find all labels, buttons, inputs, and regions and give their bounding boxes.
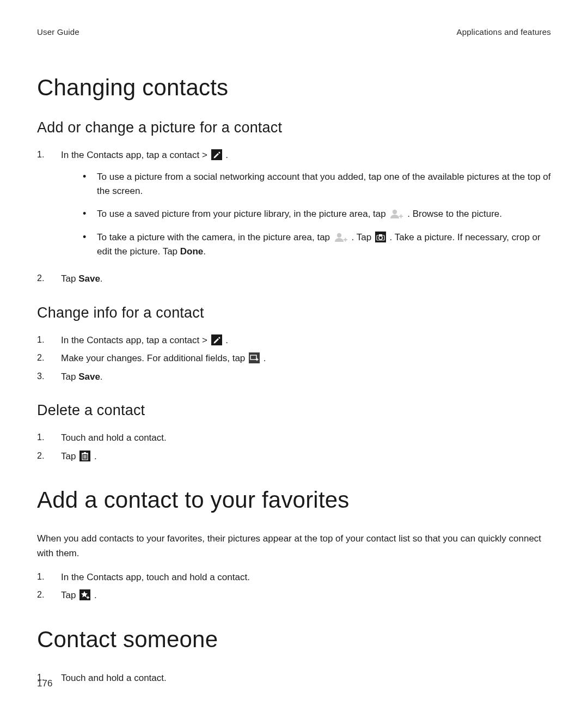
list-item: 2. Make your changes. For additional fie… <box>37 351 551 366</box>
list-item: • To use a picture from a social network… <box>61 170 551 199</box>
step-number: 2. <box>37 272 61 285</box>
step-text: . <box>100 273 103 284</box>
step-number: 1. <box>37 148 61 161</box>
bullet-text: . Tap <box>352 232 374 242</box>
step-text: . <box>225 150 228 160</box>
bullet-text: . <box>203 246 206 257</box>
bullet-text: . Browse to the picture. <box>407 209 502 219</box>
add-contact-picture-icon <box>389 208 403 219</box>
header-right: Applications and features <box>457 27 551 36</box>
page-header: User Guide Applications and features <box>37 27 551 36</box>
save-label: Save <box>78 372 100 382</box>
step-text: Make your changes. For additional fields… <box>61 353 248 363</box>
bullet-marker: • <box>61 170 97 184</box>
step-number: 2. <box>37 351 61 364</box>
delete-contact-steps: 1. Touch and hold a contact. 2. Tap . <box>37 431 551 463</box>
step-number: 1. <box>37 570 61 583</box>
step-text: Tap <box>61 372 78 382</box>
edit-icon <box>211 334 222 345</box>
step-text: Tap <box>61 273 78 284</box>
sub-bullets: • To use a picture from a social network… <box>61 170 551 259</box>
heading-change-info: Change info for a contact <box>37 305 551 321</box>
heading-favorites: Add a contact to your favorites <box>37 487 551 513</box>
favorites-intro: When you add contacts to your favorites,… <box>37 532 551 561</box>
step-text: In the Contacts app, touch and hold a co… <box>61 570 551 585</box>
step-text: . <box>94 590 97 600</box>
heading-delete-contact: Delete a contact <box>37 402 551 419</box>
step-text: Tap <box>61 590 78 600</box>
list-item: 1. In the Contacts app, tap a contact > … <box>37 148 551 267</box>
heading-changing-contacts: Changing contacts <box>37 75 551 101</box>
list-item: 2. Tap Save. <box>37 272 551 286</box>
add-field-icon <box>249 352 260 363</box>
step-number: 2. <box>37 449 61 462</box>
step-text: . <box>94 451 97 461</box>
step-number: 1. <box>37 333 61 346</box>
list-item: • To take a picture with the camera, in … <box>61 230 551 259</box>
step-number: 1. <box>37 431 61 444</box>
list-item: 1. In the Contacts app, touch and hold a… <box>37 570 551 585</box>
step-text: In the Contacts app, tap a contact > <box>61 150 210 160</box>
document-page: User Guide Applications and features Cha… <box>0 0 588 706</box>
add-contact-picture-icon <box>334 232 348 242</box>
favorites-steps: 1. In the Contacts app, touch and hold a… <box>37 570 551 602</box>
step-number: 2. <box>37 588 61 601</box>
trash-icon <box>79 451 90 461</box>
step-text: Touch and hold a contact. <box>61 431 551 445</box>
list-item: 1. Touch and hold a contact. <box>37 671 551 685</box>
star-add-icon <box>79 589 90 600</box>
list-item: 1. Touch and hold a contact. <box>37 431 551 445</box>
step-text: . <box>225 335 228 345</box>
step-number: 3. <box>37 370 61 383</box>
bullet-marker: • <box>61 230 97 244</box>
heading-add-picture: Add or change a picture for a contact <box>37 119 551 136</box>
contact-someone-steps: 1. Touch and hold a contact. <box>37 671 551 685</box>
list-item: 3. Tap Save. <box>37 370 551 384</box>
bullet-marker: • <box>61 207 97 221</box>
camera-icon <box>375 232 386 242</box>
save-label: Save <box>78 273 100 284</box>
step-text: Touch and hold a contact. <box>61 671 551 685</box>
bullet-text: To take a picture with the camera, in th… <box>97 232 333 242</box>
heading-contact-someone: Contact someone <box>37 626 551 653</box>
bullet-text: To use a picture from a social networkin… <box>97 170 551 199</box>
list-item: 1. In the Contacts app, tap a contact > … <box>37 333 551 348</box>
step-text: Tap <box>61 451 78 461</box>
list-item: • To use a saved picture from your pictu… <box>61 207 551 221</box>
add-picture-steps: 1. In the Contacts app, tap a contact > … <box>37 148 551 286</box>
step-text: . <box>100 372 103 382</box>
bullet-text: To use a saved picture from your picture… <box>97 209 388 219</box>
edit-icon <box>211 149 222 160</box>
done-label: Done <box>180 246 204 257</box>
list-item: 2. Tap . <box>37 588 551 602</box>
header-left: User Guide <box>37 27 79 36</box>
step-text: In the Contacts app, tap a contact > <box>61 335 210 345</box>
page-number: 176 <box>37 678 52 689</box>
list-item: 2. Tap . <box>37 449 551 464</box>
change-info-steps: 1. In the Contacts app, tap a contact > … <box>37 333 551 384</box>
step-text: . <box>264 353 266 363</box>
